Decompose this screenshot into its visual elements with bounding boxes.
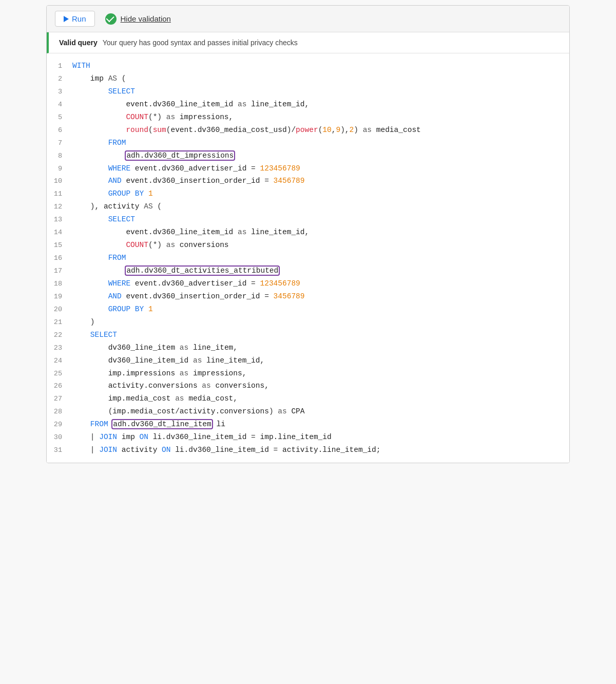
code-line-22: 22 SELECT <box>47 329 569 341</box>
code-line-13: 13 SELECT <box>47 213 569 226</box>
code-line-8: 8 adh.dv360_dt_impressions <box>47 149 569 162</box>
code-line-6: 6 round(sum(event.dv360_media_cost_usd)/… <box>47 124 569 137</box>
validation-label: Hide validation <box>121 14 171 23</box>
code-line-19: 19 AND event.dv360_insertion_order_id = … <box>47 290 569 303</box>
run-label: Run <box>72 14 86 23</box>
play-icon <box>64 16 69 22</box>
valid-banner: Valid query Your query has good syntax a… <box>47 32 569 53</box>
code-line-1: 1 WITH <box>47 60 569 72</box>
code-line-16: 16 FROM <box>47 252 569 264</box>
hide-validation-button[interactable]: Hide validation <box>105 13 171 25</box>
code-line-21: 21 ) <box>47 316 569 329</box>
code-line-28: 28 (imp.media_cost/activity.conversions)… <box>47 405 569 418</box>
code-line-30: 30 | JOIN imp ON li.dv360_line_item_id =… <box>47 431 569 444</box>
code-line-12: 12 ), activity AS ( <box>47 200 569 213</box>
code-line-9: 9 WHERE event.dv360_advertiser_id = 1234… <box>47 162 569 175</box>
code-line-5: 5 COUNT(*) as impressions, <box>47 111 569 124</box>
check-icon <box>105 13 117 25</box>
code-line-29: 29 FROM adh.dv360_dt_line_item li <box>47 418 569 431</box>
code-line-4: 4 event.dv360_line_item_id as line_item_… <box>47 98 569 111</box>
run-button[interactable]: Run <box>55 11 95 27</box>
main-container: Run Hide validation Valid query Your que… <box>46 5 570 463</box>
code-line-2: 2 imp AS ( <box>47 72 569 85</box>
code-line-24: 24 dv360_line_item_id as line_item_id, <box>47 354 569 367</box>
code-line-15: 15 COUNT(*) as conversions <box>47 239 569 252</box>
code-line-3: 3 SELECT <box>47 85 569 98</box>
banner-title: Valid query <box>59 39 98 47</box>
code-line-17: 17 adh.dv360_dt_activities_attributed <box>47 264 569 277</box>
code-line-11: 11 GROUP BY 1 <box>47 187 569 200</box>
toolbar: Run Hide validation <box>47 6 569 32</box>
code-line-31: 31 | JOIN activity ON li.dv360_line_item… <box>47 444 569 457</box>
code-line-14: 14 event.dv360_line_item_id as line_item… <box>47 226 569 239</box>
code-line-23: 23 dv360_line_item as line_item, <box>47 341 569 354</box>
code-line-20: 20 GROUP BY 1 <box>47 303 569 316</box>
code-line-18: 18 WHERE event.dv360_advertiser_id = 123… <box>47 277 569 290</box>
banner-message: Your query has good syntax and passes in… <box>103 39 298 47</box>
code-line-27: 27 imp.media_cost as media_cost, <box>47 392 569 405</box>
code-line-10: 10 AND event.dv360_insertion_order_id = … <box>47 175 569 187</box>
code-line-25: 25 imp.impressions as impressions, <box>47 367 569 380</box>
code-line-26: 26 activity.conversions as conversions, <box>47 379 569 392</box>
code-line-7: 7 FROM <box>47 137 569 149</box>
code-editor[interactable]: 1 WITH 2 imp AS ( 3 SELECT 4 event.dv360… <box>47 53 569 463</box>
